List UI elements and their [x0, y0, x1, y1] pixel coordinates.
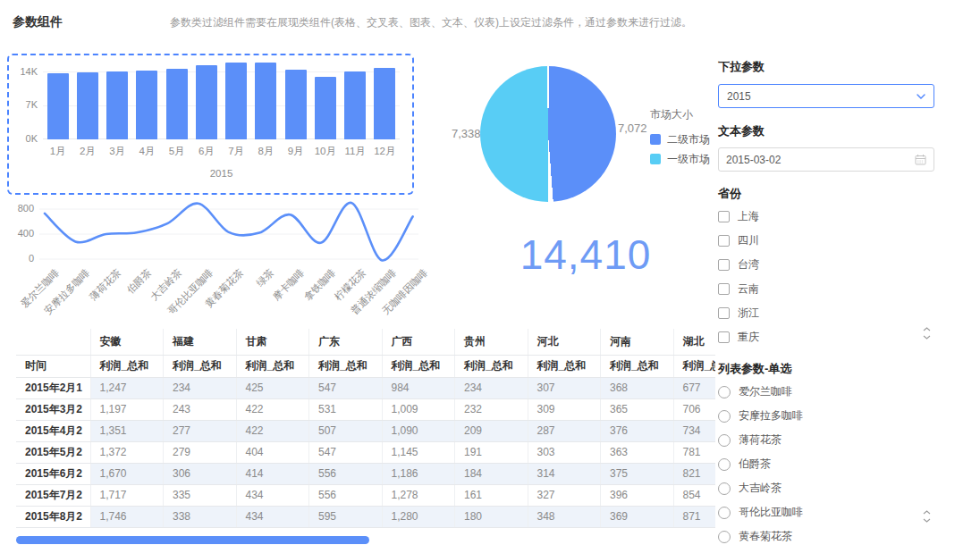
dashboard: 参数组件 参数类过滤组件需要在展现类组件(表格、交叉表、图表、文本、仪表)上设定… [0, 0, 980, 545]
bar-rect[interactable] [136, 71, 157, 139]
date-text-input[interactable]: 2015-03-02 [718, 147, 934, 172]
bar-column[interactable] [341, 59, 370, 139]
list-option[interactable]: 伯爵茶 [718, 452, 934, 476]
column-header[interactable]: 广东 [309, 329, 383, 355]
table-header-row: 时间利润_总和利润_总和利润_总和利润_总和利润_总和利润_总和利润_总和利润_… [16, 355, 715, 377]
radio-button[interactable] [718, 482, 731, 495]
table-row[interactable]: 2015年2月11,247234425547984234307368677 [16, 377, 715, 398]
bar-rect[interactable] [344, 71, 366, 139]
column-header[interactable]: 河南 [601, 329, 674, 355]
bar-rect[interactable] [166, 69, 188, 139]
bar-column[interactable] [222, 59, 251, 139]
table-row[interactable]: 2015年8月21,7463384345951,280180348369871 [16, 506, 715, 527]
bar-column[interactable] [251, 59, 281, 139]
list-option[interactable]: 薄荷花茶 [718, 428, 934, 452]
radio-button[interactable] [718, 434, 731, 447]
bar-column[interactable] [103, 59, 132, 139]
table-horizontal-scrollbar[interactable] [16, 536, 715, 544]
list-option[interactable]: 安摩拉多咖啡 [718, 404, 934, 428]
calendar-icon[interactable] [915, 154, 926, 165]
metric-header[interactable]: 利润_总和 [309, 355, 383, 377]
checkbox[interactable] [718, 331, 730, 343]
column-header[interactable]: 福建 [164, 329, 237, 355]
data-cell: 338 [164, 506, 237, 527]
province-option[interactable]: 台湾 [718, 253, 934, 277]
province-option[interactable]: 浙江 [718, 301, 934, 325]
province-option[interactable]: 云南 [718, 277, 934, 301]
data-table: 安徽福建甘肃广东广西贵州河北河南湖北时间利润_总和利润_总和利润_总和利润_总和… [16, 329, 715, 528]
table-row[interactable]: 2015年4月21,3512774225071,090209287376734 [16, 420, 715, 441]
table-header-row: 安徽福建甘肃广东广西贵州河北河南湖北 [16, 329, 715, 355]
column-header[interactable]: 湖北 [673, 329, 715, 355]
radio-button[interactable] [718, 507, 731, 519]
radio-button[interactable] [718, 531, 731, 543]
list-option[interactable]: 大吉岭茶 [718, 476, 934, 500]
bar-rect[interactable] [47, 73, 69, 139]
metric-header[interactable]: 利润_总和 [382, 355, 455, 377]
year-dropdown[interactable]: 2015 [718, 84, 934, 108]
scroll-indicator[interactable] [922, 327, 931, 340]
column-header[interactable]: 河北 [528, 329, 601, 355]
bar-column[interactable] [72, 59, 102, 139]
chevron-up-icon [923, 510, 931, 515]
line-chart-panel[interactable]: 800 400 0 爱尔兰咖啡安摩拉多咖啡薄荷花茶伯爵茶大吉岭茶哥伦比亚咖啡黄春… [7, 200, 423, 327]
list-option[interactable]: 黄春菊花茶 [718, 524, 934, 545]
bar-rect[interactable] [77, 72, 98, 139]
pie-chart[interactable] [480, 66, 616, 202]
bar-column[interactable] [191, 59, 221, 139]
metric-header[interactable]: 利润_总和 [164, 355, 237, 377]
bar-column[interactable] [132, 59, 162, 139]
province-option[interactable]: 上海 [718, 205, 934, 229]
bar-column[interactable] [310, 59, 340, 139]
province-option[interactable]: 重庆 [718, 325, 934, 349]
data-table-panel[interactable]: 安徽福建甘肃广东广西贵州河北河南湖北时间利润_总和利润_总和利润_总和利润_总和… [16, 329, 715, 545]
data-cell: 277 [164, 420, 237, 441]
table-row[interactable]: 2015年3月21,1972434225311,009232309365706 [16, 398, 715, 420]
column-header[interactable]: 贵州 [455, 329, 528, 355]
metric-header[interactable]: 利润_总和 [90, 355, 164, 377]
bar-column[interactable] [43, 59, 72, 139]
bar-rect[interactable] [225, 63, 247, 139]
bar-column[interactable] [281, 59, 310, 139]
data-cell: 396 [601, 484, 674, 506]
scroll-indicator[interactable] [922, 510, 931, 523]
radio-button[interactable] [718, 458, 731, 471]
metric-header[interactable]: 利润_总和 [673, 355, 715, 377]
list-option[interactable]: 哥伦比亚咖啡 [718, 500, 934, 524]
column-header[interactable]: 安徽 [90, 329, 164, 355]
bar-rect[interactable] [196, 65, 217, 139]
checkbox[interactable] [718, 211, 730, 222]
time-header[interactable]: 时间 [16, 355, 90, 377]
legend-item[interactable]: 一级市场 [650, 149, 710, 169]
metric-header[interactable]: 利润_总和 [601, 355, 674, 377]
bar-rect[interactable] [106, 71, 128, 139]
bar-rect[interactable] [374, 68, 395, 139]
metric-header[interactable]: 利润_总和 [455, 355, 528, 377]
legend-item[interactable]: 二级市场 [650, 130, 710, 149]
metric-header[interactable]: 利润_总和 [528, 355, 601, 377]
radio-label: 黄春菊花茶 [739, 529, 792, 544]
list-param-label: 列表参数-单选 [718, 361, 934, 377]
bar-column[interactable] [162, 59, 191, 139]
table-row[interactable]: 2015年5月21,3722794045471,145191303363781 [16, 441, 715, 463]
table-row[interactable]: 2015年6月21,6703064145561,186184314375821 [16, 463, 715, 484]
bar-column[interactable] [370, 59, 400, 139]
bar-rect[interactable] [255, 63, 276, 139]
bar-chart-panel[interactable]: 14K 7K 0K 1月2月3月4月5月6月7月8月9月10月11月12月 20… [7, 54, 414, 195]
checkbox[interactable] [718, 235, 730, 247]
list-option[interactable]: 爱尔兰咖啡 [718, 380, 934, 404]
table-row[interactable]: 2015年7月21,7173354345561,278161327396854 [16, 484, 715, 506]
scrollbar-thumb[interactable] [16, 536, 369, 544]
radio-button[interactable] [718, 386, 731, 398]
checkbox[interactable] [718, 307, 730, 319]
column-header[interactable]: 甘肃 [236, 329, 309, 355]
row-label-cell: 2015年4月2 [16, 420, 90, 441]
column-header[interactable]: 广西 [382, 329, 455, 355]
metric-header[interactable]: 利润_总和 [236, 355, 309, 377]
province-option[interactable]: 四川 [718, 229, 934, 253]
bar-rect[interactable] [285, 70, 307, 139]
radio-button[interactable] [718, 410, 731, 423]
bar-rect[interactable] [315, 77, 336, 139]
checkbox[interactable] [718, 283, 730, 295]
checkbox[interactable] [718, 259, 730, 271]
